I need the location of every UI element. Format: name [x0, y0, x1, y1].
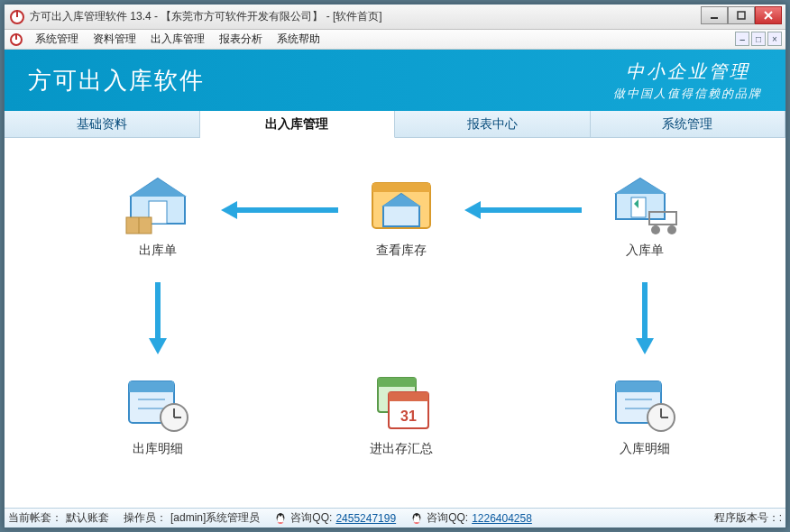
house-box-out-icon — [122, 174, 194, 237]
arrow-down-left — [153, 282, 162, 354]
svg-rect-1 — [738, 12, 745, 19]
window-controls — [701, 6, 782, 24]
svg-marker-14 — [614, 179, 666, 194]
svg-text:31: 31 — [400, 408, 417, 424]
banner-slogan-line2: 做中国人值得信赖的品牌 — [613, 86, 762, 102]
node-view-stock[interactable]: 查看库存 — [347, 174, 455, 259]
svg-rect-33 — [616, 381, 661, 392]
banner-title: 方可出入库软件 — [28, 65, 205, 96]
banner-slogan: 中小企业管理 做中国人值得信赖的品牌 — [613, 60, 762, 102]
close-button[interactable] — [755, 6, 782, 24]
menu-data[interactable]: 资料管理 — [86, 30, 143, 49]
status-account: 当前帐套： 默认账套 — [8, 510, 109, 526]
status-version: 程序版本号：: — [714, 510, 782, 526]
svg-rect-28 — [378, 378, 416, 387]
status-qq2-label: 咨询QQ: — [427, 510, 468, 526]
svg-point-46 — [418, 515, 419, 517]
menubar-app-icon — [10, 33, 23, 46]
status-qq2-link[interactable]: 1226404258 — [472, 512, 532, 525]
app-icon — [10, 10, 24, 24]
qq-icon — [274, 512, 287, 525]
qq-icon — [410, 512, 423, 525]
svg-rect-10 — [372, 183, 430, 192]
tab-report-center[interactable]: 报表中心 — [395, 111, 591, 137]
window-title: 方可出入库管理软件 13.4 - 【东莞市方可软件开发有限公司】 - [软件首页… — [30, 9, 382, 24]
node-out-detail[interactable]: 出库明细 — [104, 372, 212, 457]
content-area: 出库单 查看库存 — [5, 138, 785, 508]
arrow-head-icon — [464, 201, 481, 219]
app-window: 方可出入库管理软件 13.4 - 【东莞市方可软件开发有限公司】 - [软件首页… — [4, 4, 786, 528]
mdi-close-button[interactable]: × — [767, 32, 782, 46]
arrow-left-1 — [221, 206, 338, 215]
main-tabs: 基础资料 出入库管理 报表中心 系统管理 — [5, 111, 785, 138]
titlebar: 方可出入库管理软件 13.4 - 【东莞市方可软件开发有限公司】 - [软件首页… — [5, 5, 785, 30]
arrow-down-right — [640, 282, 649, 354]
node-in-order[interactable]: 入库单 — [591, 174, 699, 259]
maximize-button[interactable] — [728, 6, 755, 24]
house-cart-in-icon — [609, 174, 681, 237]
status-qq1-label: 咨询QQ: — [290, 510, 332, 526]
svg-rect-21 — [129, 381, 174, 392]
svg-point-42 — [281, 515, 283, 517]
calendar-stack-icon: 31 — [365, 372, 437, 436]
svg-point-45 — [415, 515, 417, 517]
status-qq1[interactable]: 咨询QQ: 2455247199 — [274, 510, 396, 526]
arrow-head-icon — [221, 201, 237, 219]
status-qq2[interactable]: 咨询QQ: 1226404258 — [410, 510, 532, 526]
status-account-label: 当前帐套： — [8, 510, 62, 526]
folder-house-icon — [365, 174, 437, 237]
tab-system-manage[interactable]: 系统管理 — [591, 111, 786, 137]
calendar-clock-icon — [122, 372, 194, 436]
svg-point-44 — [414, 516, 420, 522]
svg-point-40 — [278, 516, 284, 522]
menu-report[interactable]: 报表分析 — [212, 30, 270, 49]
node-in-detail[interactable]: 入库明细 — [591, 372, 699, 457]
node-in-order-label: 入库单 — [591, 243, 699, 259]
menu-system[interactable]: 系统管理 — [28, 30, 86, 49]
arrow-head-icon — [636, 338, 654, 354]
node-out-order-label: 出库单 — [104, 243, 212, 259]
svg-point-19 — [667, 225, 676, 234]
status-qq1-link[interactable]: 2455247199 — [335, 512, 396, 525]
node-out-detail-label: 出库明细 — [104, 441, 212, 457]
minimize-button[interactable] — [701, 6, 728, 24]
status-operator: 操作员： [admin]系统管理员 — [124, 510, 260, 526]
svg-marker-5 — [129, 179, 187, 197]
node-in-detail-label: 入库明细 — [591, 441, 699, 457]
tab-inout-manage[interactable]: 出入库管理 — [200, 111, 396, 138]
statusbar: 当前帐套： 默认账套 操作员： [admin]系统管理员 咨询QQ: 24552… — [5, 508, 785, 527]
arrow-head-icon — [149, 338, 167, 354]
node-inout-summary-label: 进出存汇总 — [347, 441, 455, 457]
menu-help[interactable]: 系统帮助 — [270, 30, 327, 49]
menubar: 系统管理 资料管理 出入库管理 报表分析 系统帮助 ‒ □ × — [5, 30, 785, 50]
tab-basic-data[interactable]: 基础资料 — [5, 111, 200, 137]
banner: 方可出入库软件 中小企业管理 做中国人值得信赖的品牌 — [5, 50, 785, 111]
status-operator-value: [admin]系统管理员 — [170, 510, 260, 526]
svg-point-18 — [651, 225, 660, 234]
status-account-value: 默认账套 — [66, 510, 109, 526]
node-out-order[interactable]: 出库单 — [104, 174, 212, 259]
status-operator-label: 操作员： — [124, 510, 167, 526]
banner-slogan-line1: 中小企业管理 — [613, 60, 762, 84]
calendar-clock-icon — [609, 372, 681, 436]
node-view-stock-label: 查看库存 — [347, 243, 455, 259]
arrow-left-2 — [464, 206, 582, 215]
status-version-label: 程序版本号：: — [714, 510, 782, 526]
svg-rect-30 — [389, 392, 428, 401]
mdi-restore-button[interactable]: □ — [751, 32, 766, 46]
mdi-minimize-button[interactable]: ‒ — [735, 32, 749, 46]
menu-inout[interactable]: 出入库管理 — [143, 30, 212, 49]
node-inout-summary[interactable]: 31 进出存汇总 — [347, 372, 455, 457]
svg-point-41 — [279, 515, 280, 517]
